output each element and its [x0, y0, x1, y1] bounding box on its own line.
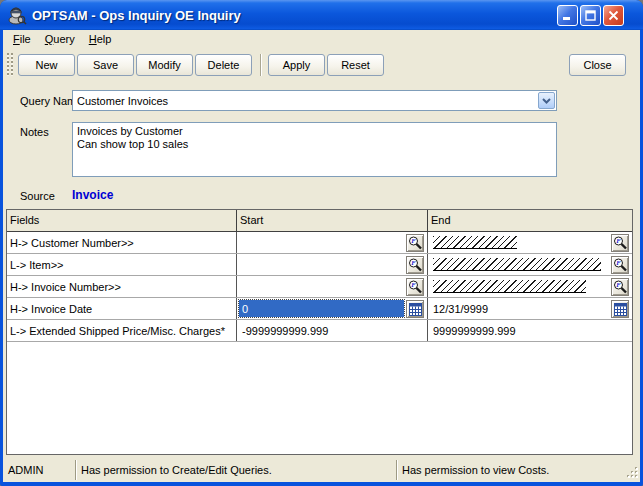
toolbar: New Save Modify Delete Apply Reset Close — [3, 49, 640, 80]
svg-text:F: F — [411, 237, 416, 244]
magnifier-icon: F — [408, 236, 423, 251]
table-row: H-> Invoice Number>> F F — [7, 276, 632, 298]
query-name-dropdown-button[interactable] — [538, 92, 555, 109]
svg-text:F: F — [411, 281, 416, 288]
app-window: OPTSAM - Ops Inquiry OE Inquiry File Que… — [0, 0, 643, 486]
start-value-cell[interactable]: 0 — [237, 298, 428, 319]
notes-textarea[interactable]: Invoices by Customer Can show top 10 sal… — [72, 122, 557, 177]
end-value-cell[interactable]: F — [428, 254, 632, 275]
end-value-cell[interactable]: 12/31/9999 — [428, 298, 632, 319]
menu-bar: File Query Help — [3, 30, 640, 49]
lookup-button[interactable]: F — [611, 256, 629, 274]
status-bar: ADMIN Has permission to Create/Edit Quer… — [3, 458, 640, 482]
status-permission-queries: Has permission to Create/Edit Queries. — [76, 458, 396, 482]
lookup-button[interactable]: F — [611, 234, 629, 252]
column-header-fields: Fields — [7, 210, 237, 231]
masked-value — [433, 280, 586, 293]
field-name-cell: H-> Customer Number>> — [7, 232, 237, 253]
notes-label: Notes — [20, 126, 49, 138]
calendar-button[interactable] — [406, 300, 424, 318]
save-button[interactable]: Save — [77, 54, 134, 76]
start-value: -9999999999.999 — [242, 325, 328, 337]
calendar-icon — [614, 303, 627, 316]
end-value-cell[interactable]: F — [428, 232, 632, 253]
apply-button[interactable]: Apply — [268, 54, 325, 76]
modify-button[interactable]: Modify — [136, 54, 193, 76]
calendar-button[interactable] — [611, 300, 629, 318]
end-value: 9999999999.999 — [433, 325, 516, 337]
window-title: OPTSAM - Ops Inquiry OE Inquiry — [32, 8, 241, 23]
magnifier-icon: F — [613, 280, 628, 295]
table-row: H-> Invoice Date 0 12/31/9999 — [7, 298, 632, 320]
magnifier-icon: F — [613, 236, 628, 251]
resize-grip[interactable] — [626, 466, 639, 481]
start-value-cell[interactable]: F — [237, 276, 428, 297]
app-icon — [7, 5, 27, 25]
lookup-button[interactable]: F — [611, 278, 629, 296]
close-window-button[interactable] — [603, 5, 624, 26]
minimize-button[interactable] — [557, 5, 578, 26]
query-name-combobox[interactable]: Customer Invoices — [72, 90, 557, 111]
masked-value — [433, 236, 517, 249]
maximize-button[interactable] — [580, 5, 601, 26]
calendar-icon — [409, 303, 422, 316]
start-value-cell[interactable]: -9999999999.999 — [237, 320, 428, 341]
svg-text:F: F — [616, 237, 621, 244]
lookup-button[interactable]: F — [406, 234, 424, 252]
maximize-icon — [585, 10, 596, 21]
column-header-start: Start — [237, 210, 428, 231]
field-name-cell: L-> Item>> — [7, 254, 237, 275]
reset-button[interactable]: Reset — [327, 54, 384, 76]
end-value-cell[interactable]: F — [428, 276, 632, 297]
column-header-end: End — [428, 210, 632, 231]
status-user: ADMIN — [3, 458, 75, 482]
chevron-down-icon — [542, 98, 551, 104]
end-value-cell[interactable]: 9999999999.999 — [428, 320, 632, 341]
end-value: 12/31/9999 — [433, 303, 488, 315]
menu-query[interactable]: Query — [38, 31, 82, 48]
table-header-row: Fields Start End — [7, 210, 632, 232]
selected-date-input[interactable]: 0 — [239, 300, 404, 317]
fields-table: Fields Start End H-> Customer Number>> F… — [6, 209, 633, 455]
toolbar-grip-handle[interactable] — [7, 53, 13, 76]
table-row: H-> Customer Number>> F F — [7, 232, 632, 254]
lookup-button[interactable]: F — [406, 278, 424, 296]
field-name-cell: H-> Invoice Number>> — [7, 276, 237, 297]
magnifier-icon: F — [408, 258, 423, 273]
svg-text:F: F — [411, 259, 416, 266]
svg-text:F: F — [616, 259, 621, 266]
menu-help[interactable]: Help — [82, 31, 119, 48]
minimize-icon — [562, 10, 573, 21]
table-row: L-> Extended Shipped Price/Misc. Charges… — [7, 320, 632, 342]
new-button[interactable]: New — [18, 54, 75, 76]
menu-file[interactable]: File — [6, 31, 38, 48]
close-icon — [608, 10, 619, 21]
source-label: Source — [20, 190, 55, 202]
field-name-cell: H-> Invoice Date — [7, 298, 237, 319]
magnifier-icon: F — [613, 258, 628, 273]
close-button[interactable]: Close — [569, 54, 626, 76]
query-name-value: Customer Invoices — [73, 95, 538, 107]
toolbar-separator — [260, 54, 261, 76]
svg-text:F: F — [616, 281, 621, 288]
masked-value — [433, 258, 601, 271]
field-name-cell: L-> Extended Shipped Price/Misc. Charges… — [7, 320, 237, 341]
title-bar[interactable]: OPTSAM - Ops Inquiry OE Inquiry — [0, 0, 643, 30]
start-value-cell[interactable]: F — [237, 232, 428, 253]
delete-button[interactable]: Delete — [195, 54, 252, 76]
table-row: L-> Item>> F F — [7, 254, 632, 276]
status-permission-costs: Has permission to view Costs. — [397, 458, 640, 482]
lookup-button[interactable]: F — [406, 256, 424, 274]
source-value: Invoice — [72, 188, 113, 202]
start-value-cell[interactable]: F — [237, 254, 428, 275]
magnifier-icon: F — [408, 280, 423, 295]
